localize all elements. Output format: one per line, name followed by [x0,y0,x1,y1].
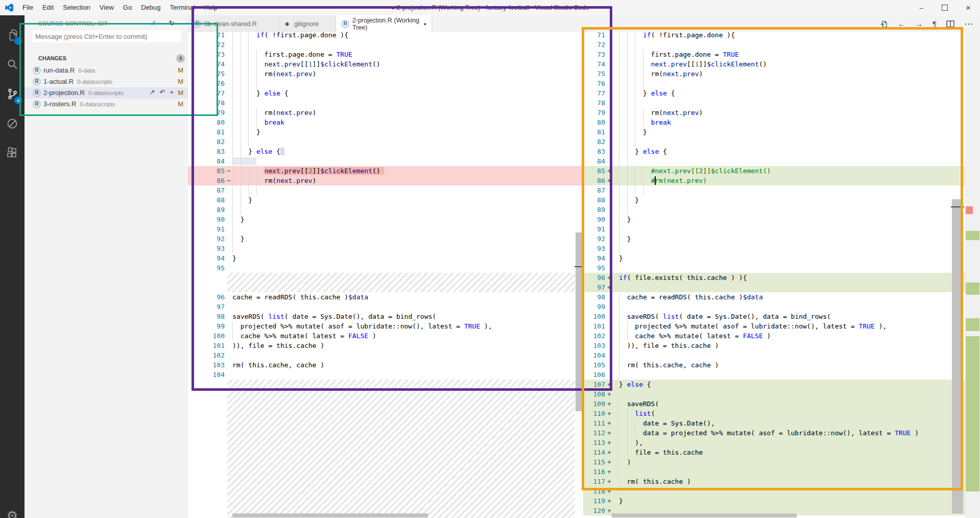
code-line-102[interactable]: 102 [188,350,583,360]
code-line-86[interactable]: 86+ #rm(next.prev) [583,176,965,185]
tab-2-projection-r-working-tree-[interactable]: R2-projection.R (Working Tree)● [336,15,432,32]
right-vertical-scrollbar[interactable] [952,199,963,513]
code-line-90[interactable]: 90 } [188,215,583,224]
code-line-95[interactable]: 95 [188,263,583,273]
code-line-106[interactable]: 106 [583,370,965,380]
code-line-112[interactable]: 112+ data = projected %>% mutate( asof =… [583,428,965,438]
code-line-92[interactable]: 92 } [188,234,583,244]
navigate-back-icon[interactable]: ← [898,19,905,28]
code-line-91[interactable]: 91 [583,224,965,234]
code-line-71[interactable]: 71 if( !first.page.done ){ [188,32,583,40]
code-line-99[interactable]: 99 [583,302,965,312]
close-button[interactable]: ✕ [957,0,980,15]
commit-button[interactable]: ✓ [150,19,156,27]
code-line-101[interactable]: 101)), file = this.cache ) [188,341,583,350]
menu-item-selection[interactable]: Selection [58,0,94,15]
code-line-104[interactable]: 104 [583,350,965,360]
commit-message-input[interactable] [32,30,181,42]
code-line-89[interactable]: 89 [188,205,583,215]
menu-item-debug[interactable]: Debug [136,0,165,15]
code-line-88[interactable]: 88 } [188,195,583,205]
menu-item-view[interactable]: View [95,0,118,15]
code-line-75[interactable]: 75 rm(next.prev) [188,69,583,79]
code-line-72[interactable]: 72 [583,40,965,50]
code-line-82[interactable]: 82 [188,137,583,147]
code-line-79[interactable]: 79 rm(next.prev) [188,108,583,117]
code-line-109[interactable]: 109+ saveRDS( [583,399,965,409]
code-line-94[interactable]: 94} [583,253,965,263]
menu-item-edit[interactable]: Edit [38,0,58,15]
code-line-93[interactable]: 93 [188,244,583,253]
scm-file-1-actual.R[interactable]: R1-actual.R0-data\scriptsM [25,76,188,87]
code-line-94[interactable]: 94} [188,253,583,263]
stage-changes-icon[interactable]: + [170,88,174,96]
code-line-100[interactable]: 100 saveRDS( list( date = Sys.Date(), da… [583,312,965,321]
sidebar-item-source-control[interactable]: 4 [0,82,25,106]
code-line-96[interactable]: 96cache = readRDS( this.cache )$data [188,292,583,302]
code-line-111[interactable]: 111+ date = Sys.Date(), [583,418,965,428]
scm-file-run-data.R[interactable]: Rrun-data.R0-dataM [25,65,188,76]
right-horizontal-scrollbar[interactable] [612,513,797,517]
code-line-83[interactable]: 83 } else { [188,147,583,156]
code-line-81[interactable]: 81 } [188,127,583,137]
code-line-85[interactable]: 85+ #next.prev[[2]]$clickElement() [583,166,965,176]
code-line-114[interactable]: 114+ file = this.cache [583,448,965,457]
settings-gear-button[interactable]: ⚙ 1 [0,503,25,518]
code-line-82[interactable]: 82 [583,137,965,147]
code-line-117[interactable]: 117+ rm( this.cache ) [583,477,965,486]
code-line-87[interactable]: 87 [583,185,965,195]
maximize-button[interactable] [933,0,957,15]
discard-changes-icon[interactable]: ↶ [160,88,165,96]
code-line-80[interactable]: 80 break [188,117,583,127]
refresh-button[interactable]: ↻ [169,19,175,27]
tab-3b-clean-shared-r[interactable]: R3b-clean-shared.R [188,15,280,32]
code-line-116[interactable]: 116+ [583,467,965,477]
code-line-103[interactable]: 103 )), file = this.cache ) [583,341,965,350]
code-line-87[interactable]: 87 [188,185,583,195]
menu-item-terminal[interactable]: Terminal [165,0,199,15]
code-line-101[interactable]: 101 projected %>% mutate( asof = lubrida… [583,321,965,331]
code-line-75[interactable]: 75 rm(next.prev) [583,69,965,79]
code-line-113[interactable]: 113+ ), [583,438,965,448]
code-line-102[interactable]: 102 cache %>% mutate( latest = FALSE ) [583,331,965,341]
minimize-button[interactable]: – [910,0,933,15]
code-line-118[interactable]: 118+ [583,486,965,496]
code-line-85[interactable]: 85− next.prev[[2]]$clickElement() [188,166,583,176]
code-line-80[interactable]: 80 break [583,117,965,127]
code-line-90[interactable]: 90 } [583,215,965,224]
code-line-86[interactable]: 86− rm(next.prev) [188,176,583,185]
code-line-76[interactable]: 76 [188,79,583,88]
code-line-88[interactable]: 88 } [583,195,965,205]
code-line-73[interactable]: 73 first.page.done = TRUE [583,50,965,59]
menu-item-go[interactable]: Go [118,0,136,15]
code-line-78[interactable]: 78 [188,98,583,108]
toggle-whitespace-icon[interactable]: ¶ [933,19,937,28]
code-line-91[interactable]: 91 [188,224,583,234]
menu-item-file[interactable]: File [18,0,38,15]
menu-item-help[interactable]: Help [200,0,223,15]
code-line-119[interactable]: 119+} [583,496,965,506]
diff-pane-original[interactable]: 71 if( !first.page.done ){7273 first.pag… [188,32,583,518]
code-line-77[interactable]: 77 } else { [583,88,965,98]
code-line-96[interactable]: 96+if( file.exists( this.cache ) ){ [583,273,965,282]
code-line-95[interactable]: 95 [583,263,965,273]
code-line-108[interactable]: 108+ [583,389,965,399]
code-line-97[interactable]: 97 [188,302,583,312]
code-line-98[interactable]: 98saveRDS( list( date = Sys.Date(), data… [188,312,583,321]
code-line-107[interactable]: 107+} else { [583,380,965,389]
code-line-73[interactable]: 73 first.page.done = TRUE [188,50,583,59]
diff-pane-modified[interactable]: 71 if( !first.page.done ){7273 first.pag… [583,32,965,518]
code-line-83[interactable]: 83 } else { [583,147,965,156]
code-line-100[interactable]: 100 cache %>% mutate( latest = FALSE ) [188,331,583,341]
tab--gitignore[interactable]: ◆.gitignore [280,15,336,32]
code-line-78[interactable]: 78 [583,98,965,108]
split-editor-icon[interactable] [946,20,954,28]
code-line-72[interactable]: 72 [188,40,583,50]
code-line-99[interactable]: 99 projected %>% mutate( asof = lubridat… [188,321,583,331]
sidebar-item-extensions[interactable] [0,141,25,166]
code-line-110[interactable]: 110+ list( [583,409,965,418]
navigate-forward-icon[interactable]: → [915,19,923,28]
open-file-icon[interactable]: ↗ [150,88,155,96]
code-line-76[interactable]: 76 [583,79,965,88]
code-line-84[interactable]: 84 [583,156,965,166]
